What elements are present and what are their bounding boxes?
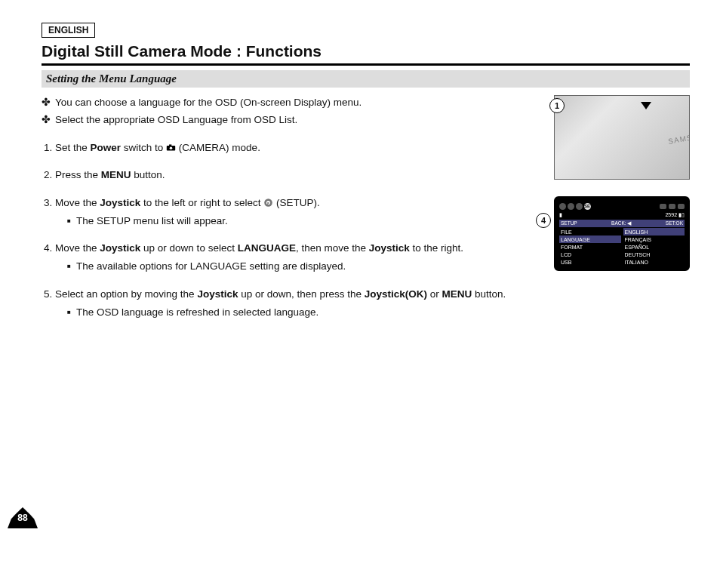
osd-screen: SET ▮ 2592 ▮▯ SETUP BACK: ◀ SET:OK [554, 196, 690, 271]
step-item: Press the MENU button. [55, 168, 539, 183]
setup-icon: F [263, 198, 273, 208]
osd-counter: 2592 ▮▯ [665, 212, 685, 218]
step-item: Move the Joystick up or down to select L… [55, 241, 539, 275]
step-item: Set the Power switch to (CAMERA) mode. [55, 140, 539, 155]
osd-option: DEUTSCH [623, 251, 685, 258]
osd-option-selected: ENGLISH [623, 228, 685, 236]
camera-icon [166, 143, 176, 152]
body-text: You can choose a language for the OSD (O… [42, 95, 539, 332]
sub-item: The available options for LANGUAGE setti… [67, 259, 539, 274]
osd-tab-selected: SET [584, 203, 591, 210]
section-heading: Setting the Menu Language [42, 70, 690, 88]
osd-left-column: FILE LANGUAGE FORMAT LCD USB [559, 228, 621, 266]
figure-number: 1 [549, 98, 565, 113]
sub-item: The OSD language is refreshed in selecte… [67, 305, 539, 320]
osd-file-icon: ▮ [559, 212, 562, 218]
bullet-item: You can choose a language for the OSD (O… [55, 95, 539, 110]
osd-menu-item: FORMAT [559, 243, 621, 251]
step-item: Select an option by moving the Joystick … [55, 287, 539, 321]
osd-menu-item: FILE [559, 228, 621, 236]
language-tag: ENGLISH [42, 23, 95, 38]
camera-illustration [554, 95, 690, 180]
step-item: Move the Joystick to the left or right t… [55, 195, 539, 229]
figure-4: 4 SET ▮ 2592 ▮▯ SETUP [554, 196, 690, 271]
osd-option: ESPAÑOL [623, 243, 685, 251]
page-title: Digital Still Camera Mode : Functions [42, 42, 690, 66]
sub-item: The SETUP menu list will appear. [67, 214, 539, 229]
osd-right-column: ENGLISH FRANÇAIS ESPAÑOL DEUTSCH ITALIAN… [623, 228, 685, 266]
osd-title-bar: SETUP BACK: ◀ SET:OK [559, 220, 685, 227]
figure-number: 4 [536, 213, 551, 228]
bullet-item: Select the appropriate OSD Language from… [55, 112, 539, 128]
intro-bullets: You can choose a language for the OSD (O… [55, 95, 539, 127]
osd-menu-item-selected: LANGUAGE [559, 236, 621, 243]
svg-point-2 [170, 147, 173, 150]
osd-option: ITALIANO [623, 258, 685, 266]
manual-page: ENGLISH Digital Still Camera Mode : Func… [0, 0, 720, 543]
page-number-badge: 88 [8, 507, 38, 528]
svg-rect-1 [169, 145, 171, 146]
steps-list: Set the Power switch to (CAMERA) mode. P… [55, 140, 539, 320]
osd-option: FRANÇAIS [623, 236, 685, 243]
osd-status-icons [660, 204, 685, 209]
osd-tabs: SET [559, 203, 591, 210]
osd-menu-item: LCD [559, 251, 621, 258]
osd-menu-item: USB [559, 258, 621, 266]
figure-1: 1 [554, 95, 690, 180]
